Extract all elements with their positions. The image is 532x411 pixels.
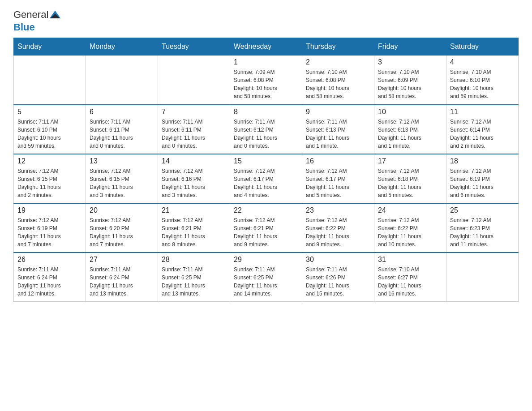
calendar-cell: 21Sunrise: 7:12 AM Sunset: 6:21 PM Dayli… <box>158 203 230 253</box>
calendar-cell: 19Sunrise: 7:12 AM Sunset: 6:19 PM Dayli… <box>14 203 86 253</box>
calendar-cell: 5Sunrise: 7:11 AM Sunset: 6:10 PM Daylig… <box>14 105 86 154</box>
day-info: Sunrise: 7:12 AM Sunset: 6:20 PM Dayligh… <box>90 216 154 248</box>
calendar-cell: 30Sunrise: 7:11 AM Sunset: 6:26 PM Dayli… <box>302 253 374 302</box>
page-header: General Blue <box>13 9 519 33</box>
day-number: 9 <box>306 108 370 116</box>
calendar-cell: 31Sunrise: 7:10 AM Sunset: 6:27 PM Dayli… <box>374 253 446 302</box>
calendar-cell: 7Sunrise: 7:11 AM Sunset: 6:11 PM Daylig… <box>158 105 230 154</box>
day-info: Sunrise: 7:12 AM Sunset: 6:16 PM Dayligh… <box>162 167 226 199</box>
day-number: 20 <box>90 206 154 214</box>
day-info: Sunrise: 7:12 AM Sunset: 6:19 PM Dayligh… <box>17 216 82 248</box>
day-number: 23 <box>306 206 370 214</box>
day-number: 29 <box>234 256 298 264</box>
calendar-cell: 3Sunrise: 7:10 AM Sunset: 6:09 PM Daylig… <box>374 56 446 105</box>
day-number: 14 <box>162 157 226 165</box>
day-info: Sunrise: 7:12 AM Sunset: 6:22 PM Dayligh… <box>306 216 370 248</box>
day-info: Sunrise: 7:12 AM Sunset: 6:17 PM Dayligh… <box>234 167 298 199</box>
calendar-cell: 9Sunrise: 7:11 AM Sunset: 6:13 PM Daylig… <box>302 105 374 154</box>
calendar-cell: 14Sunrise: 7:12 AM Sunset: 6:16 PM Dayli… <box>158 154 230 203</box>
day-number: 3 <box>378 58 442 66</box>
day-number: 4 <box>450 58 515 66</box>
day-number: 17 <box>378 157 442 165</box>
calendar-cell <box>86 56 158 105</box>
day-info: Sunrise: 7:11 AM Sunset: 6:13 PM Dayligh… <box>306 118 370 150</box>
day-number: 12 <box>17 157 82 165</box>
day-number: 15 <box>234 157 298 165</box>
day-info: Sunrise: 7:09 AM Sunset: 6:08 PM Dayligh… <box>234 68 298 100</box>
day-number: 11 <box>450 108 515 116</box>
calendar-cell: 11Sunrise: 7:12 AM Sunset: 6:14 PM Dayli… <box>446 105 519 154</box>
day-info: Sunrise: 7:11 AM Sunset: 6:26 PM Dayligh… <box>306 265 370 298</box>
day-number: 8 <box>234 108 298 116</box>
day-info: Sunrise: 7:10 AM Sunset: 6:08 PM Dayligh… <box>306 68 370 100</box>
calendar-cell: 24Sunrise: 7:12 AM Sunset: 6:22 PM Dayli… <box>374 203 446 253</box>
calendar-table: SundayMondayTuesdayWednesdayThursdayFrid… <box>13 38 519 302</box>
day-info: Sunrise: 7:12 AM Sunset: 6:21 PM Dayligh… <box>234 216 298 248</box>
calendar-cell: 10Sunrise: 7:12 AM Sunset: 6:13 PM Dayli… <box>374 105 446 154</box>
day-info: Sunrise: 7:11 AM Sunset: 6:12 PM Dayligh… <box>234 118 298 150</box>
day-info: Sunrise: 7:11 AM Sunset: 6:11 PM Dayligh… <box>162 118 226 150</box>
weekday-header-sunday: Sunday <box>14 38 86 56</box>
calendar-cell: 6Sunrise: 7:11 AM Sunset: 6:11 PM Daylig… <box>86 105 158 154</box>
week-row-5: 26Sunrise: 7:11 AM Sunset: 6:24 PM Dayli… <box>14 253 519 302</box>
day-info: Sunrise: 7:12 AM Sunset: 6:17 PM Dayligh… <box>306 167 370 199</box>
day-info: Sunrise: 7:11 AM Sunset: 6:25 PM Dayligh… <box>162 265 226 298</box>
day-number: 31 <box>378 256 442 264</box>
day-info: Sunrise: 7:10 AM Sunset: 6:27 PM Dayligh… <box>378 265 442 298</box>
day-info: Sunrise: 7:12 AM Sunset: 6:13 PM Dayligh… <box>378 118 442 150</box>
calendar-cell: 16Sunrise: 7:12 AM Sunset: 6:17 PM Dayli… <box>302 154 374 203</box>
calendar-cell <box>158 56 230 105</box>
day-info: Sunrise: 7:12 AM Sunset: 6:23 PM Dayligh… <box>450 216 515 248</box>
day-info: Sunrise: 7:10 AM Sunset: 6:10 PM Dayligh… <box>450 68 515 100</box>
calendar-cell <box>446 253 519 302</box>
week-row-1: 1Sunrise: 7:09 AM Sunset: 6:08 PM Daylig… <box>14 56 519 105</box>
day-number: 21 <box>162 206 226 214</box>
calendar-cell: 15Sunrise: 7:12 AM Sunset: 6:17 PM Dayli… <box>230 154 302 203</box>
week-row-4: 19Sunrise: 7:12 AM Sunset: 6:19 PM Dayli… <box>14 203 519 253</box>
day-info: Sunrise: 7:12 AM Sunset: 6:15 PM Dayligh… <box>17 167 82 199</box>
weekday-header-tuesday: Tuesday <box>158 38 230 56</box>
calendar-cell: 20Sunrise: 7:12 AM Sunset: 6:20 PM Dayli… <box>86 203 158 253</box>
day-number: 2 <box>306 58 370 66</box>
calendar-cell: 23Sunrise: 7:12 AM Sunset: 6:22 PM Dayli… <box>302 203 374 253</box>
calendar-cell: 17Sunrise: 7:12 AM Sunset: 6:18 PM Dayli… <box>374 154 446 203</box>
calendar-cell: 22Sunrise: 7:12 AM Sunset: 6:21 PM Dayli… <box>230 203 302 253</box>
day-number: 27 <box>90 256 154 264</box>
day-number: 25 <box>450 206 515 214</box>
day-number: 10 <box>378 108 442 116</box>
day-number: 30 <box>306 256 370 264</box>
day-info: Sunrise: 7:12 AM Sunset: 6:14 PM Dayligh… <box>450 118 515 150</box>
day-info: Sunrise: 7:11 AM Sunset: 6:11 PM Dayligh… <box>90 118 154 150</box>
day-info: Sunrise: 7:12 AM Sunset: 6:18 PM Dayligh… <box>378 167 442 199</box>
day-number: 26 <box>17 256 82 264</box>
calendar-cell <box>14 56 86 105</box>
calendar-cell: 25Sunrise: 7:12 AM Sunset: 6:23 PM Dayli… <box>446 203 519 253</box>
weekday-header-row: SundayMondayTuesdayWednesdayThursdayFrid… <box>14 38 519 56</box>
weekday-header-saturday: Saturday <box>446 38 519 56</box>
calendar-cell: 13Sunrise: 7:12 AM Sunset: 6:15 PM Dayli… <box>86 154 158 203</box>
day-number: 7 <box>162 108 226 116</box>
day-info: Sunrise: 7:12 AM Sunset: 6:15 PM Dayligh… <box>90 167 154 199</box>
calendar-cell: 26Sunrise: 7:11 AM Sunset: 6:24 PM Dayli… <box>14 253 86 302</box>
day-info: Sunrise: 7:12 AM Sunset: 6:22 PM Dayligh… <box>378 216 442 248</box>
day-number: 22 <box>234 206 298 214</box>
calendar-cell: 8Sunrise: 7:11 AM Sunset: 6:12 PM Daylig… <box>230 105 302 154</box>
calendar-cell: 28Sunrise: 7:11 AM Sunset: 6:25 PM Dayli… <box>158 253 230 302</box>
day-info: Sunrise: 7:12 AM Sunset: 6:19 PM Dayligh… <box>450 167 515 199</box>
logo-text: General Blue <box>13 9 62 33</box>
day-info: Sunrise: 7:12 AM Sunset: 6:21 PM Dayligh… <box>162 216 226 248</box>
day-number: 16 <box>306 157 370 165</box>
day-info: Sunrise: 7:11 AM Sunset: 6:24 PM Dayligh… <box>90 265 154 298</box>
day-number: 19 <box>17 206 82 214</box>
day-number: 24 <box>378 206 442 214</box>
weekday-header-wednesday: Wednesday <box>230 38 302 56</box>
calendar-cell: 18Sunrise: 7:12 AM Sunset: 6:19 PM Dayli… <box>446 154 519 203</box>
week-row-3: 12Sunrise: 7:12 AM Sunset: 6:15 PM Dayli… <box>14 154 519 203</box>
calendar-cell: 2Sunrise: 7:10 AM Sunset: 6:08 PM Daylig… <box>302 56 374 105</box>
day-number: 13 <box>90 157 154 165</box>
day-info: Sunrise: 7:10 AM Sunset: 6:09 PM Dayligh… <box>378 68 442 100</box>
logo-blue: Blue <box>13 21 35 33</box>
day-info: Sunrise: 7:11 AM Sunset: 6:10 PM Dayligh… <box>17 118 82 150</box>
day-number: 1 <box>234 58 298 66</box>
day-number: 5 <box>17 108 82 116</box>
